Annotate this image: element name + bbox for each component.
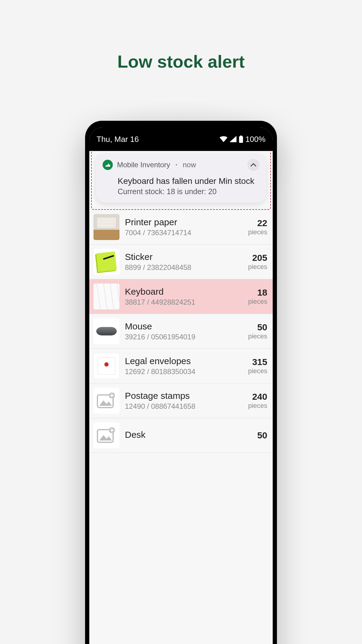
separator-dot: • <box>176 162 177 168</box>
item-thumbnail <box>94 318 119 344</box>
item-code: 39216 / 05061954019 <box>125 333 243 341</box>
item-quantity-block: 22pieces <box>248 218 267 236</box>
svg-rect-0 <box>239 136 243 143</box>
item-name: Mouse <box>125 321 243 332</box>
inventory-item[interactable]: Postage stamps12490 / 08867441658240piec… <box>89 383 273 418</box>
item-unit: pieces <box>248 228 267 236</box>
status-bar: Thu, Mar 16 100% <box>89 127 273 151</box>
item-unit: pieces <box>248 263 267 271</box>
item-quantity-block: 240pieces <box>248 392 267 410</box>
item-unit: pieces <box>248 298 267 306</box>
inventory-item[interactable]: Legal envelopes12692 / 80188350034315pie… <box>89 349 273 383</box>
item-code: 12490 / 08867441658 <box>125 402 243 411</box>
item-quantity: 22 <box>248 218 267 228</box>
phone-frame: Thu, Mar 16 100% Mobile Inventory • now <box>85 121 277 644</box>
item-quantity: 50 <box>248 322 267 332</box>
item-quantity: 18 <box>248 287 267 298</box>
item-thumbnail <box>94 284 119 309</box>
inventory-item[interactable]: Mouse39216 / 0506195401950pieces <box>89 314 273 349</box>
item-thumbnail <box>94 388 119 414</box>
battery-percent: 100% <box>246 135 266 144</box>
inventory-item[interactable]: Desk50 <box>89 418 273 453</box>
item-quantity: 205 <box>248 253 267 263</box>
inventory-item[interactable]: Printer paper7004 / 7363471471422pieces <box>89 210 273 245</box>
battery-icon <box>239 136 243 143</box>
inventory-item[interactable]: Keyboard38817 / 4492882425118pieces <box>89 279 273 314</box>
notification-card[interactable]: Mobile Inventory • now Keyboard has fall… <box>96 153 266 203</box>
item-name: Sticker <box>125 252 243 262</box>
item-name: Desk <box>125 430 252 440</box>
item-quantity-block: 50 <box>257 430 267 441</box>
item-quantity-block: 50pieces <box>248 322 267 340</box>
page-title: Low stock alert <box>0 0 362 72</box>
item-quantity: 50 <box>257 430 267 441</box>
item-thumbnail <box>94 214 119 240</box>
item-info: Desk <box>125 430 252 441</box>
app-icon <box>103 160 113 170</box>
notification-title: Keyboard has fallen under Min stock <box>118 176 259 186</box>
notification-highlight-box: Mobile Inventory • now Keyboard has fall… <box>91 150 271 210</box>
status-date: Thu, Mar 16 <box>97 135 139 144</box>
item-info: Printer paper7004 / 73634714714 <box>125 217 243 237</box>
item-name: Legal envelopes <box>125 356 243 366</box>
inventory-item[interactable]: Sticker8899 / 23822048458205pieces <box>89 245 273 279</box>
item-thumbnail <box>94 422 119 448</box>
item-quantity-block: 205pieces <box>248 253 267 271</box>
item-unit: pieces <box>248 332 267 340</box>
item-info: Sticker8899 / 23822048458 <box>125 252 243 272</box>
item-unit: pieces <box>248 402 267 410</box>
item-code: 7004 / 73634714714 <box>125 229 243 237</box>
chevron-up-icon <box>250 163 256 167</box>
item-info: Keyboard38817 / 44928824251 <box>125 287 243 306</box>
inventory-list[interactable]: Printer paper7004 / 7363471471422piecesS… <box>89 210 273 453</box>
item-quantity: 240 <box>248 392 267 402</box>
status-indicators: 100% <box>220 135 266 144</box>
item-info: Legal envelopes12692 / 80188350034 <box>125 356 243 376</box>
item-name: Keyboard <box>125 287 243 297</box>
item-name: Postage stamps <box>125 391 243 401</box>
item-thumbnail <box>94 249 119 275</box>
notification-time: now <box>183 161 196 169</box>
svg-rect-1 <box>240 136 242 136</box>
screen: Thu, Mar 16 100% Mobile Inventory • now <box>89 127 273 644</box>
item-info: Mouse39216 / 05061954019 <box>125 321 243 341</box>
item-code: 38817 / 44928824251 <box>125 298 243 306</box>
notification-body: Current stock: 18 is under: 20 <box>118 187 259 196</box>
collapse-button[interactable] <box>247 159 259 171</box>
notification-app-name: Mobile Inventory <box>117 161 170 169</box>
wifi-icon <box>220 136 227 142</box>
item-quantity-block: 18pieces <box>248 287 267 306</box>
item-quantity: 315 <box>248 357 267 367</box>
item-name: Printer paper <box>125 217 243 227</box>
item-unit: pieces <box>248 367 267 375</box>
notification-header: Mobile Inventory • now <box>103 159 259 171</box>
item-quantity-block: 315pieces <box>248 357 267 375</box>
item-code: 8899 / 23822048458 <box>125 263 243 272</box>
cellular-icon <box>230 136 237 142</box>
item-thumbnail <box>94 353 119 379</box>
item-code: 12692 / 80188350034 <box>125 367 243 376</box>
item-info: Postage stamps12490 / 08867441658 <box>125 391 243 411</box>
